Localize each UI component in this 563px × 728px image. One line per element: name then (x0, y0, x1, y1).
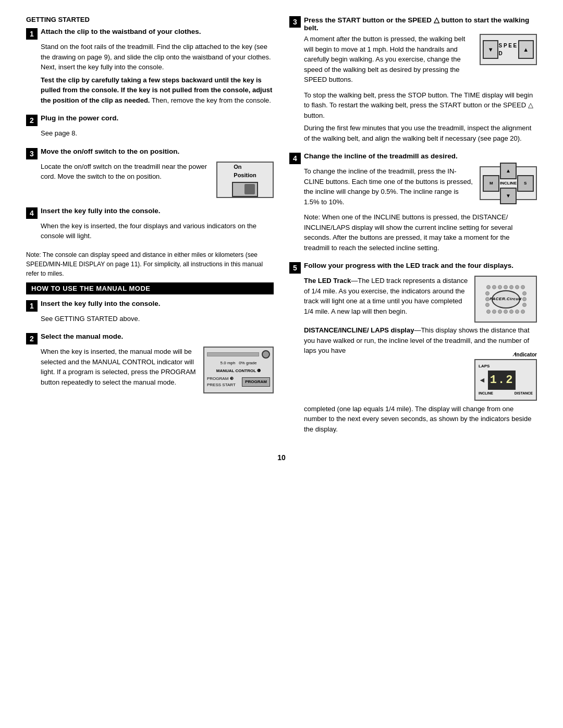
led-dot-1 (486, 285, 491, 289)
dil-section-inline: Indicator ↗ LAPS ◄ 1.2 INCLINE (304, 359, 537, 401)
page-layout: GETTING STARTED 1 Attach the clip to the… (26, 16, 537, 443)
incline-m-label: M (489, 180, 493, 187)
speed-down-icon: ▼ (488, 45, 494, 54)
right-step-5-number: 5 (289, 262, 301, 274)
speed-figure: ▼ S P E E D ▲ (480, 34, 537, 65)
getting-started-label: GETTING STARTED (26, 16, 274, 23)
step-2-block: 2 Plug in the power cord. See page 8. (26, 114, 274, 141)
dil-section-header: DISTANCE/INCLINE/ LAPS display—This dis­… (304, 325, 537, 356)
page-number: 10 (26, 453, 537, 462)
onoff-switch (232, 182, 258, 197)
led-dot-4 (504, 285, 508, 289)
speed-up-icon: ▲ (523, 45, 529, 54)
step-4-left-title-row: 4 Insert the key fully into the console. (26, 207, 274, 219)
led-track-text: The LED Track—The LED track represents a… (304, 276, 468, 319)
led-dot-b-7 (521, 310, 525, 314)
led-dot-left-3 (485, 303, 489, 307)
onoff-figure: OnPosition (216, 162, 274, 198)
incline-down-btn: ▼ (500, 188, 517, 204)
right-step-3-para-1: A moment after the button is pressed, th… (304, 34, 473, 85)
manual-step-2-para: When the key is in­serted, the manual mo… (41, 347, 197, 387)
led-dots-left (485, 291, 489, 307)
manual-step-1-title: Insert the key fully into the console. (41, 300, 161, 307)
manual-program-button: PROGRAM (242, 377, 270, 387)
manual-speed-bar (207, 352, 259, 356)
manual-step-1-title-row: 1 Insert the key fully into the console. (26, 300, 274, 312)
manual-step-2-inline: When the key is in­serted, the manual mo… (41, 347, 274, 393)
step-4-left-para: When the key is inserted, the four displ… (41, 221, 274, 241)
right-step-3-title: Press the START button or the SPEED △ bu… (304, 16, 537, 32)
step-4-left-number: 4 (26, 207, 38, 219)
step-1-title: Attach the clip to the waistband of your… (41, 28, 201, 35)
onoff-position-label: OnPosition (234, 163, 256, 180)
right-step-3-block: 3 Press the START button or the SPEED △ … (289, 16, 537, 146)
manual-step-2-block: 2 Select the manual mode. When the key i… (26, 332, 274, 396)
step-3-left-number: 3 (26, 148, 38, 159)
manual-program-press: PROGRAM ❸ PRESS START (207, 376, 242, 388)
step-1-number: 1 (26, 28, 38, 40)
right-step-3-inline: A moment after the button is pressed, th… (304, 34, 537, 88)
right-step-4-title: Change the incline of the treadmill as d… (304, 152, 458, 160)
speed-buttons-fig: ▼ S P E E D ▲ (480, 34, 537, 65)
manual-speed-text: 5.0 mph 0% grade (207, 360, 270, 366)
incline-figure: M ▲ INCLINE ▼ S (480, 166, 537, 200)
led-track-label: The LED Track—The LED track represents a… (304, 276, 468, 316)
pacer-circuit-label: PACER.Circuit (489, 296, 521, 302)
led-dot-7 (521, 285, 525, 289)
led-middle-row: PACER.Circuit (485, 290, 527, 309)
led-dot-right-1 (522, 291, 527, 295)
right-step-5-body: The LED Track—The LED track represents a… (304, 276, 537, 434)
speed-down-btn: ▼ (483, 40, 498, 59)
step-1-para-2: Test the clip by carefully taking a few … (41, 75, 274, 106)
step-2-title-row: 2 Plug in the power cord. (26, 114, 274, 126)
led-track-figure: PACER.Circuit (474, 276, 537, 323)
speed-center-label: S P E E D (498, 42, 518, 57)
right-step-4-para-1: To change the incline of the treadmill, … (304, 166, 473, 207)
manual-top-row (207, 350, 270, 359)
step-2-title: Plug in the power cord. (41, 114, 118, 122)
step-3-figure: OnPosition (216, 162, 274, 198)
right-step-5-title: Follow your progress with the LED track … (304, 262, 513, 269)
step-2-para: See page 8. (41, 128, 274, 139)
step-3-left-title-row: 3 Move the on/off switch to the on posit… (26, 147, 274, 159)
dil-display-row: ◄ 1.2 (479, 371, 533, 390)
distance-bottom-label: DISTANCE (515, 391, 533, 397)
manual-step-1-para: See GETTING STARTED above. (41, 314, 274, 324)
laps-label: LAPS (479, 363, 489, 369)
manual-step-2-number: 2 (26, 333, 38, 344)
right-step-4-body: To change the incline of the treadmill, … (304, 166, 537, 253)
led-dot-6 (515, 285, 519, 289)
dil-display-fig: LAPS ◄ 1.2 INCLINE DISTANCE (474, 359, 537, 401)
speed-up-btn: ▲ (518, 40, 534, 59)
led-center-logo: PACER.Circuit (492, 290, 520, 309)
incline-up-btn: ▲ (500, 163, 517, 179)
led-dots-top (486, 285, 525, 289)
right-step-3-number: 3 (289, 16, 301, 28)
dil-top-labels: LAPS (479, 363, 533, 369)
dil-arrow-left: ◄ (479, 375, 486, 386)
step-3-left-title: Move the on/off switch to the on positio… (41, 147, 179, 155)
led-dots-bottom (486, 310, 525, 314)
left-column: GETTING STARTED 1 Attach the clip to the… (26, 16, 274, 443)
right-step-4-para-2: Note: When one of the INCLINE buttons is… (304, 212, 537, 253)
led-dot-b-4 (504, 310, 508, 314)
incline-center: ▲ INCLINE ▼ (500, 163, 517, 204)
right-step-4-block: 4 Change the incline of the treadmill as… (289, 152, 537, 255)
led-dot-3 (498, 285, 502, 289)
step-1-body: Stand on the foot rails of the treadmill… (41, 42, 274, 105)
right-step-5-title-row: 5 Follow your progress with the LED trac… (289, 262, 537, 274)
step-4-left-block: 4 Insert the key fully into the console.… (26, 207, 274, 244)
dil-number-display: 1.2 (488, 371, 516, 390)
led-dots-right (522, 291, 527, 307)
led-dot-right-3 (522, 303, 527, 307)
incline-m-btn: M (483, 175, 499, 192)
led-dot-5 (509, 285, 513, 289)
incline-s-label: S (524, 180, 527, 187)
step-3-para: Locate the on/off switch on the tread­mi… (41, 162, 210, 182)
manual-step-2-title: Select the manual mode. (41, 332, 123, 340)
indicator-callout-label: Indicator (515, 351, 537, 359)
step-4-left-body: When the key is inserted, the four displ… (41, 221, 274, 241)
manual-step-2-text: When the key is in­serted, the manual mo… (41, 347, 197, 390)
right-step-3-para-3: During the first few minutes that you us… (304, 123, 537, 143)
step-4-left-title: Insert the key fully into the console. (41, 207, 161, 215)
